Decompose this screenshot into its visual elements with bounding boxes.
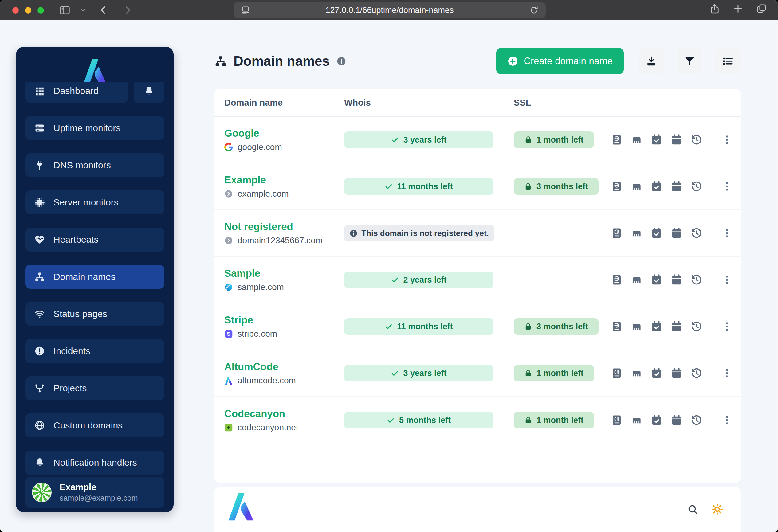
sidebar-notifications-button[interactable]: [134, 82, 164, 103]
back-button[interactable]: [98, 4, 109, 16]
kebab-icon: [721, 134, 732, 145]
row-menu-button[interactable]: [721, 228, 732, 239]
row-action-calcheck-button[interactable]: [651, 134, 663, 146]
sidebar-item-custom-domains[interactable]: Custom domains: [25, 414, 164, 437]
create-button-label: Create domain name: [524, 56, 613, 67]
sidebar-item-projects[interactable]: Projects: [25, 376, 164, 400]
sidebar-item-notification-handlers[interactable]: Notification handlers: [25, 451, 164, 474]
row-action-calcheck-button[interactable]: [651, 274, 663, 286]
columns-button[interactable]: [715, 48, 741, 74]
sidebar-item-dashboard[interactable]: Dashboard: [25, 82, 128, 103]
row-action-cal-button[interactable]: [671, 227, 683, 239]
filter-button[interactable]: [677, 48, 702, 74]
tab-overview-button[interactable]: [756, 3, 767, 17]
settings-button[interactable]: [711, 503, 723, 515]
favicon-stripe: S: [224, 330, 233, 338]
row-action-cal-button[interactable]: [671, 321, 683, 332]
info-icon[interactable]: [336, 56, 346, 66]
row-action-history-button[interactable]: [691, 414, 702, 426]
row-action-history-button[interactable]: [691, 134, 702, 146]
row-action-history-button[interactable]: [691, 321, 702, 332]
domain-name-link[interactable]: Codecanyon: [224, 408, 303, 420]
address-bar[interactable]: 127.0.0.1/66uptime/domain-names: [234, 2, 546, 18]
row-action-history-button[interactable]: [691, 227, 702, 239]
grid-icon: [34, 86, 45, 96]
forward-button[interactable]: [122, 4, 133, 16]
zoom-window-button[interactable]: [37, 7, 44, 13]
row-action-passport-button[interactable]: [611, 414, 623, 426]
row-action-calcheck-button[interactable]: [651, 181, 663, 192]
row-action-ethernet-button[interactable]: [631, 414, 642, 426]
row-action-cal-button[interactable]: [671, 134, 683, 146]
row-menu-button[interactable]: [721, 274, 732, 285]
sidebar-item-uptime-monitors[interactable]: Uptime monitors: [25, 116, 164, 140]
history-icon: [691, 414, 702, 426]
row-action-passport-button[interactable]: [611, 181, 623, 192]
row-action-ethernet-button[interactable]: [631, 321, 642, 332]
sidebar-item-server-monitors[interactable]: Server monitors: [25, 190, 164, 214]
reload-button[interactable]: [529, 6, 539, 15]
row-action-cal-button[interactable]: [671, 367, 683, 379]
row-action-cal-button[interactable]: [671, 181, 683, 192]
toolbar-chevron-button[interactable]: [79, 6, 86, 13]
domain-name-link[interactable]: Stripe: [224, 314, 282, 326]
sidebar-item-domain-names[interactable]: Domain names: [25, 265, 164, 289]
sidebar-item-status-pages[interactable]: Status pages: [25, 302, 164, 326]
row-action-ethernet-button[interactable]: [631, 367, 642, 379]
domain-name-link[interactable]: Google: [224, 127, 287, 139]
row-action-passport-button[interactable]: [611, 367, 623, 379]
row-menu-button[interactable]: [721, 415, 732, 426]
row-action-ethernet-button[interactable]: [631, 181, 642, 192]
sidebar-item-dns-monitors[interactable]: DNS monitors: [25, 153, 164, 177]
row-action-calcheck-button[interactable]: [651, 414, 663, 426]
row-action-history-button[interactable]: [691, 274, 702, 286]
sidebar-toggle-button[interactable]: [59, 4, 71, 16]
avatar: [32, 482, 52, 502]
bell-icon: [34, 457, 45, 468]
row-action-cal-button[interactable]: [671, 274, 683, 286]
sidebar-item-label: Dashboard: [54, 86, 99, 96]
row-actions: [611, 321, 702, 332]
row-action-calcheck-button[interactable]: [651, 321, 663, 332]
domain-name-link[interactable]: Sample: [224, 268, 289, 279]
row-action-ethernet-button[interactable]: [631, 274, 642, 286]
lock-icon: [524, 369, 532, 377]
row-action-history-button[interactable]: [691, 181, 702, 192]
close-window-button[interactable]: [12, 7, 19, 13]
row-action-passport-button[interactable]: [611, 321, 623, 332]
favicon-google: [224, 143, 233, 152]
row-menu-button[interactable]: [721, 134, 732, 145]
sidebar-item-heartbeats[interactable]: Heartbeats: [25, 228, 164, 252]
row-menu-button[interactable]: [721, 181, 732, 192]
row-action-passport-button[interactable]: [611, 134, 623, 146]
domain-url: google.com: [237, 142, 282, 152]
row-action-passport-button[interactable]: [611, 274, 623, 286]
create-domain-name-button[interactable]: Create domain name: [496, 48, 624, 74]
share-button[interactable]: [709, 3, 720, 17]
user-card[interactable]: Example sample@example.com: [25, 477, 164, 508]
row-menu-button[interactable]: [721, 321, 732, 332]
row-action-calcheck-button[interactable]: [651, 227, 663, 239]
search-button[interactable]: [687, 504, 698, 515]
cal-icon: [671, 274, 683, 286]
row-action-passport-button[interactable]: [611, 227, 623, 239]
domain-name-link[interactable]: Example: [224, 174, 294, 186]
page-header: Domain names Create domain name: [215, 47, 741, 76]
row-action-cal-button[interactable]: [671, 414, 683, 426]
domain-name-link[interactable]: AltumCode: [224, 361, 301, 373]
ssl-badge: 1 month left: [514, 365, 594, 381]
minimize-window-button[interactable]: [25, 7, 31, 13]
row-action-ethernet-button[interactable]: [631, 134, 642, 146]
new-tab-button[interactable]: [732, 3, 744, 17]
domain-name-link[interactable]: Not registered: [224, 221, 327, 233]
export-button[interactable]: [638, 48, 664, 74]
column-header-ssl: SSL: [514, 98, 531, 108]
sidebar-item-incidents[interactable]: Incidents: [25, 339, 164, 363]
filter-icon: [684, 56, 695, 67]
row-menu-button[interactable]: [721, 368, 732, 379]
row-action-calcheck-button[interactable]: [651, 367, 663, 379]
row-action-ethernet-button[interactable]: [631, 227, 642, 239]
plus-circle-icon: [507, 56, 518, 67]
share-icon: [709, 3, 720, 14]
row-action-history-button[interactable]: [691, 367, 702, 379]
